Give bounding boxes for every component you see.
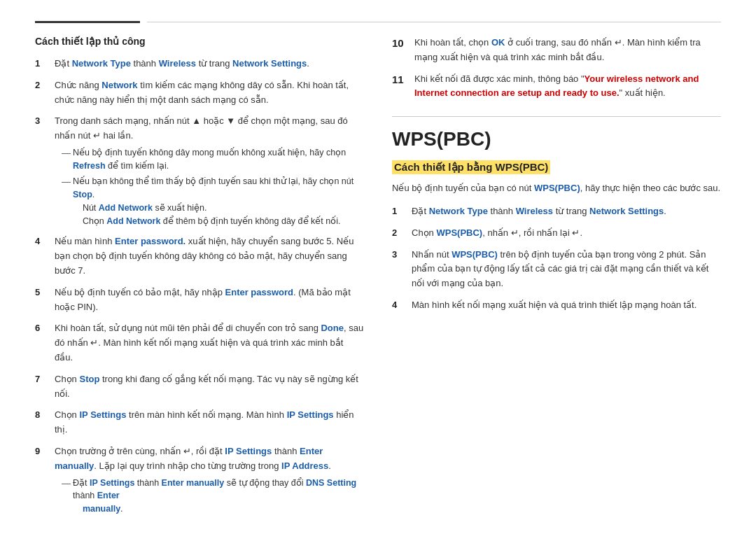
step-10-num: 10 [392, 36, 414, 65]
wps-step-2: 2 Chọn WPS(PBC), nhấn ↵, rồi nhấn lại ↵. [392, 226, 721, 241]
step-6: 6 Khi hoàn tất, sử dụng nút mũi tên phải… [35, 321, 364, 365]
step-2-content: Chức năng Network tìm kiếm các mạng khôn… [55, 78, 364, 108]
step-8-ip-settings-1: IP Settings [79, 409, 126, 420]
step-9: 9 Chọn trường ở trên cùng, nhấn ↵, rồi đ… [35, 444, 364, 516]
step-2-network: Network [102, 80, 137, 90]
step-11-message: Your wireless network and Internet conne… [414, 73, 699, 99]
wps-step-3: 3 Nhấn nút WPS(PBC) trên bộ định tuyến c… [392, 248, 721, 291]
step-2: 2 Chức năng Network tìm kiếm các mạng kh… [35, 78, 364, 108]
step-11-num: 11 [392, 72, 414, 101]
add-network-link-1: Add Network [99, 203, 153, 213]
step-1-num: 1 [35, 57, 55, 71]
step-10-content: Khi hoàn tất, chọn OK ở cuối trang, sau … [414, 36, 721, 65]
wps-step-4-num: 4 [392, 298, 412, 313]
step-9-dns-setting: DNS Setting [306, 478, 356, 488]
step-3-content: Trong danh sách mạng, nhấn nút ▲ hoặc ▼ … [55, 114, 364, 227]
step-4-content: Nếu màn hình Enter password. xuất hiện, … [55, 234, 364, 278]
wps-step-1: 1 Đặt Network Type thành Wireless từ tra… [392, 204, 721, 219]
step-3-bullet-1: — Nếu bộ định tuyến không dây mong muốn … [55, 146, 364, 173]
step-1: 1 Đặt Network Type thành Wireless từ tra… [35, 57, 364, 71]
step-9-ip-address: IP Address [281, 461, 328, 471]
wps-step-1-wireless: Wireless [516, 206, 553, 216]
step-6-content: Khi hoàn tất, sử dụng nút mũi tên phải đ… [55, 321, 364, 365]
step-4-enter-password: Enter password. [115, 236, 186, 246]
step-7-num: 7 [35, 372, 55, 402]
step-9-num: 9 [35, 444, 55, 516]
step-4-num: 4 [35, 234, 55, 278]
step-9-enter-manually-sub: Enter manually [162, 478, 225, 488]
wps-intro-wps: WPS(PBC) [534, 183, 580, 193]
step-4: 4 Nếu màn hình Enter password. xuất hiện… [35, 234, 364, 278]
step-9-enter-manually-sub2: Enter manually [73, 491, 120, 514]
step-7-stop: Stop [79, 374, 99, 384]
wps-step-2-num: 2 [392, 226, 412, 241]
wps-step-1-num: 1 [392, 204, 412, 219]
step-9-ip-settings-sub: IP Settings [90, 478, 134, 488]
left-column: Cách thiết lập thủ công 1 Đặt Network Ty… [35, 36, 364, 523]
step-5-content: Nếu bộ định tuyến có bảo mật, hãy nhập E… [55, 286, 364, 315]
step-9-bullet-content: Đặt IP Settings thành Enter manually sẽ … [73, 477, 364, 516]
wps-step-3-num: 3 [392, 248, 412, 291]
stop-link: Stop [73, 190, 92, 199]
step-3-bullet-1-content: Nếu bộ định tuyến không dây mong muốn kh… [73, 146, 364, 173]
step-9-ip-settings: IP Settings [225, 446, 272, 456]
step-1-network-settings: Network Settings [232, 58, 307, 69]
step-10: 10 Khi hoàn tất, chọn OK ở cuối trang, s… [392, 36, 721, 65]
step-8-content: Chọn IP Settings trên màn hình kết nối m… [55, 408, 364, 437]
step-1-content: Đặt Network Type thành Wireless từ trang… [55, 57, 364, 71]
wps-step-2-wps: WPS(PBC) [436, 227, 482, 238]
step-1-network-type: Network Type [72, 58, 131, 69]
wps-subtitle: Cách thiết lập bằng WPS(PBC) [392, 160, 550, 174]
wps-step-4-content: Màn hình kết nối mạng xuất hiện và quá t… [412, 298, 721, 313]
left-section-title: Cách thiết lập thủ công [35, 36, 364, 47]
add-network-link-2: Add Network [106, 216, 160, 226]
step-8-num: 8 [35, 408, 55, 437]
step-3-num: 3 [35, 114, 55, 227]
step-6-num: 6 [35, 321, 55, 365]
wps-step-1-network-settings: Network Settings [589, 206, 664, 216]
right-divider [392, 116, 721, 117]
wps-step-1-network-type: Network Type [429, 206, 488, 216]
step-3: 3 Trong danh sách mạng, nhấn nút ▲ hoặc … [35, 114, 364, 227]
step-2-num: 2 [35, 78, 55, 108]
step-9-content: Chọn trường ở trên cùng, nhấn ↵, rồi đặt… [55, 444, 364, 516]
step-9-bullet: — Đặt IP Settings thành Enter manually s… [55, 477, 364, 516]
step-1-wireless: Wireless [159, 58, 196, 69]
step-7: 7 Chọn Stop trong khi đang cố gắng kết n… [35, 372, 364, 402]
step-7-content: Chọn Stop trong khi đang cố gắng kết nối… [55, 372, 364, 402]
step-3-bullet-2: — Nếu bạn không thể tìm thấy bộ định tuy… [55, 175, 364, 227]
step-5-num: 5 [35, 286, 55, 315]
wps-step-3-wps: WPS(PBC) [451, 249, 498, 260]
step-10-ok: OK [491, 37, 505, 48]
step-8-ip-settings-2: IP Settings [287, 409, 334, 420]
wps-step-3-content: Nhấn nút WPS(PBC) trên bộ định tuyến của… [412, 248, 721, 291]
right-column: 10 Khi hoàn tất, chọn OK ở cuối trang, s… [392, 36, 721, 523]
step-6-done: Done [321, 323, 344, 333]
wps-intro: Nếu bộ định tuyến của bạn có nút WPS(PBC… [392, 181, 721, 196]
step-11: 11 Khi kết nối đã được xác minh, thông b… [392, 72, 721, 101]
step-5: 5 Nếu bộ định tuyến có bảo mật, hãy nhập… [35, 286, 364, 315]
refresh-link: Refresh [73, 161, 106, 171]
step-3-bullet-2-content: Nếu bạn không thể tìm thấy bộ định tuyến… [73, 175, 364, 227]
wps-step-1-content: Đặt Network Type thành Wireless từ trang… [412, 204, 721, 219]
wps-step-2-content: Chọn WPS(PBC), nhấn ↵, rồi nhấn lại ↵. [412, 226, 721, 241]
step-11-content: Khi kết nối đã được xác minh, thông báo … [414, 72, 721, 101]
top-line [35, 21, 721, 23]
step-8: 8 Chọn IP Settings trên màn hình kết nối… [35, 408, 364, 437]
wps-title: WPS(PBC) [392, 128, 721, 150]
wps-step-4: 4 Màn hình kết nối mạng xuất hiện và quá… [392, 298, 721, 313]
step-5-enter-password: Enter password [225, 287, 294, 297]
